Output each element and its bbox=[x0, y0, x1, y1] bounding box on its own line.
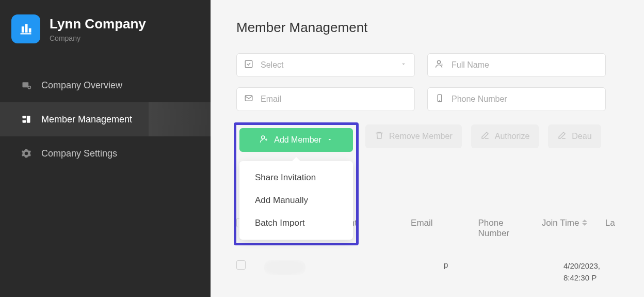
company-subtitle: Company bbox=[50, 34, 146, 42]
dropdown-item-add-manually[interactable]: Add Manually bbox=[239, 189, 353, 212]
action-row: Add Member Share Invitation Add Manually… bbox=[236, 124, 644, 155]
phone-input[interactable]: Phone Number bbox=[427, 87, 606, 111]
name-placeholder: Full Name bbox=[452, 60, 598, 70]
svg-point-1 bbox=[28, 86, 30, 89]
sidebar: Lynn Company Company Company Overview Me… bbox=[0, 0, 211, 297]
email-placeholder: Email bbox=[261, 95, 407, 104]
phone-icon bbox=[435, 93, 444, 105]
dropdown-item-share-invitation[interactable]: Share Invitation bbox=[239, 166, 353, 189]
svg-point-12 bbox=[262, 136, 265, 139]
pencil-plus-icon bbox=[480, 131, 490, 142]
name-input[interactable]: Full Name bbox=[427, 53, 606, 77]
overview-icon bbox=[21, 80, 32, 91]
sidebar-item-label: Company Settings bbox=[41, 148, 117, 159]
page-title: Member Management bbox=[236, 20, 644, 36]
row-checkbox[interactable] bbox=[236, 260, 246, 270]
svg-rect-5 bbox=[245, 60, 252, 68]
person-icon bbox=[435, 59, 444, 71]
add-member-highlight: Add Member Share Invitation Add Manually… bbox=[234, 122, 359, 245]
svg-rect-2 bbox=[23, 116, 26, 118]
deauthorize-label: Deau bbox=[572, 132, 591, 141]
filter-row-2: Email Phone Number bbox=[236, 87, 644, 111]
sidebar-header: Lynn Company Company bbox=[0, 0, 211, 43]
person-plus-icon bbox=[260, 134, 269, 146]
add-member-dropdown: Share Invitation Add Manually Batch Impo… bbox=[239, 161, 353, 240]
sidebar-item-label: Company Overview bbox=[41, 80, 122, 91]
sidebar-item-settings[interactable]: Company Settings bbox=[0, 136, 211, 170]
pencil-minus-icon bbox=[557, 131, 567, 142]
members-icon bbox=[21, 114, 32, 125]
svg-rect-3 bbox=[23, 120, 26, 123]
add-member-label: Add Member bbox=[274, 135, 321, 145]
row-email: p bbox=[423, 260, 495, 269]
chevron-down-icon bbox=[400, 60, 407, 70]
caret-down-icon bbox=[327, 135, 333, 145]
company-title: Lynn Company bbox=[50, 16, 146, 32]
svg-rect-4 bbox=[27, 116, 30, 122]
filter-row-1: Select Full Name bbox=[236, 53, 644, 77]
header-phone[interactable]: Phone Number bbox=[478, 218, 542, 239]
remove-member-label: Remove Member bbox=[389, 132, 453, 141]
table-row[interactable]: p 4/20/2023, 8:42:30 P bbox=[236, 260, 644, 284]
sidebar-nav: Company Overview Member Management Compa… bbox=[0, 68, 211, 170]
deauthorize-button[interactable]: Deau bbox=[548, 124, 601, 148]
sort-icon[interactable] bbox=[582, 220, 587, 226]
svg-rect-0 bbox=[23, 82, 29, 87]
header-join-time[interactable]: Join Time bbox=[542, 218, 605, 239]
select-dropdown[interactable]: Select bbox=[236, 53, 415, 77]
phone-placeholder: Phone Number bbox=[452, 95, 598, 104]
row-join-time: 4/20/2023, 8:42:30 P bbox=[564, 260, 632, 284]
company-logo bbox=[11, 14, 40, 43]
authorize-button[interactable]: Authorize bbox=[471, 124, 539, 148]
sidebar-item-members[interactable]: Member Management bbox=[0, 102, 211, 136]
svg-point-6 bbox=[438, 60, 441, 64]
sidebar-item-overview[interactable]: Company Overview bbox=[0, 68, 211, 102]
email-input[interactable]: Email bbox=[236, 87, 415, 111]
trash-icon bbox=[375, 131, 384, 142]
email-icon bbox=[244, 93, 253, 105]
main-content: Member Management Select Full Name Email bbox=[211, 0, 644, 297]
remove-member-button[interactable]: Remove Member bbox=[365, 124, 462, 148]
dropdown-item-batch-import[interactable]: Batch Import bbox=[239, 212, 353, 235]
add-member-button[interactable]: Add Member bbox=[239, 128, 353, 152]
checkbox-icon bbox=[244, 59, 253, 71]
sidebar-item-label: Member Management bbox=[41, 114, 132, 125]
gear-icon bbox=[21, 148, 32, 159]
header-email[interactable]: Email bbox=[411, 218, 478, 239]
select-placeholder: Select bbox=[261, 60, 393, 70]
header-last[interactable]: La bbox=[605, 218, 644, 239]
redacted-name bbox=[264, 260, 305, 275]
authorize-label: Authorize bbox=[495, 132, 530, 141]
